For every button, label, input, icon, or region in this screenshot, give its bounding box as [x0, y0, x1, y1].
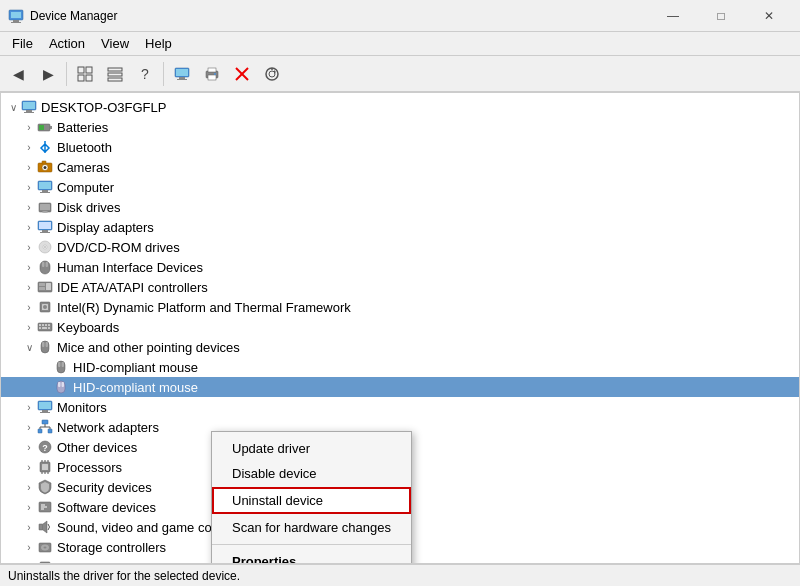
keyboards-icon	[37, 319, 53, 335]
svg-rect-61	[39, 324, 41, 326]
svg-rect-13	[179, 77, 185, 79]
monitors-label: Monitors	[57, 400, 107, 415]
tree-item-hid-mouse1[interactable]: HID-compliant mouse	[1, 357, 799, 377]
main-area: ∨ DESKTOP-O3FGFLP › Batte	[0, 92, 800, 564]
window-controls: — □ ✕	[650, 0, 792, 32]
svg-rect-67	[48, 327, 50, 329]
toolbar-scan[interactable]	[258, 60, 286, 88]
root-label: DESKTOP-O3FGFLP	[41, 100, 166, 115]
svg-rect-1	[11, 12, 21, 18]
bluetooth-icon	[37, 139, 53, 155]
keyboards-label: Keyboards	[57, 320, 119, 335]
ide-expand: ›	[21, 279, 37, 295]
hid-mouse1-expand	[37, 359, 53, 375]
svg-rect-65	[39, 327, 41, 329]
minimize-button[interactable]: —	[650, 0, 696, 32]
svg-rect-43	[39, 222, 51, 229]
tree-item-bluetooth[interactable]: › Bluetooth	[1, 137, 799, 157]
toolbar-list[interactable]	[101, 60, 129, 88]
toolbar-back[interactable]: ◀	[4, 60, 32, 88]
ctx-scan-hardware[interactable]: Scan for hardware changes	[212, 515, 411, 540]
menu-action[interactable]: Action	[41, 34, 93, 53]
tree-item-ide[interactable]: › IDE ATA/ATAPI controllers	[1, 277, 799, 297]
svg-rect-29	[50, 126, 52, 129]
app-icon	[8, 8, 24, 24]
keyboards-expand: ›	[21, 319, 37, 335]
intel-label: Intel(R) Dynamic Platform and Thermal Fr…	[57, 300, 351, 315]
svg-rect-4	[78, 67, 84, 73]
context-menu: Update driver Disable device Uninstall d…	[211, 431, 412, 564]
monitors-expand: ›	[21, 399, 37, 415]
ctx-update-driver[interactable]: Update driver	[212, 436, 411, 461]
menu-help[interactable]: Help	[137, 34, 180, 53]
toolbar-delete[interactable]	[228, 60, 256, 88]
computer-expand: ›	[21, 179, 37, 195]
tree-item-disk[interactable]: › Disk drives	[1, 197, 799, 217]
intel-icon	[37, 299, 53, 315]
menu-view[interactable]: View	[93, 34, 137, 53]
tree-item-intel[interactable]: › Intel(R) Dynamic Platform and Thermal …	[1, 297, 799, 317]
tree-item-display[interactable]: › Display adapters	[1, 217, 799, 237]
computer-icon	[37, 179, 53, 195]
svg-rect-63	[45, 324, 47, 326]
close-button[interactable]: ✕	[746, 0, 792, 32]
dvd-expand: ›	[21, 239, 37, 255]
ctx-uninstall-device[interactable]: Uninstall device	[212, 487, 411, 514]
bluetooth-expand: ›	[21, 139, 37, 155]
toolbar-forward[interactable]: ▶	[34, 60, 62, 88]
svg-rect-7	[86, 75, 92, 81]
cameras-expand: ›	[21, 159, 37, 175]
svg-rect-62	[42, 324, 44, 326]
hid-label: Human Interface Devices	[57, 260, 203, 275]
svg-rect-3	[11, 22, 21, 23]
svg-rect-77	[58, 382, 61, 387]
menu-file[interactable]: File	[4, 34, 41, 53]
hid-mouse1-label: HID-compliant mouse	[73, 360, 198, 375]
cameras-icon	[37, 159, 53, 175]
tree-item-batteries[interactable]: › Batteries	[1, 117, 799, 137]
toolbar-help[interactable]: ?	[131, 60, 159, 88]
hid-mouse1-icon	[53, 359, 69, 375]
svg-rect-64	[48, 324, 50, 326]
cameras-label: Cameras	[57, 160, 110, 175]
svg-rect-36	[39, 182, 51, 189]
tree-item-computer[interactable]: › Computer	[1, 177, 799, 197]
other-icon: ?	[37, 439, 53, 455]
svg-point-59	[43, 305, 47, 309]
toolbar-print[interactable]	[198, 60, 226, 88]
dvd-icon	[37, 239, 53, 255]
toolbar-grid[interactable]	[71, 60, 99, 88]
processors-label: Processors	[57, 460, 122, 475]
ctx-disable-device[interactable]: Disable device	[212, 461, 411, 486]
svg-rect-27	[24, 112, 34, 113]
svg-rect-44	[42, 230, 48, 232]
tree-item-hid[interactable]: › Human Interface Devices	[1, 257, 799, 277]
software-label: Software devices	[57, 500, 156, 515]
hid-mouse2-expand	[37, 379, 53, 395]
svg-rect-73	[58, 362, 61, 367]
tree-item-hid-mouse2[interactable]: HID-compliant mouse	[1, 377, 799, 397]
tree-item-monitors[interactable]: › Monitors	[1, 397, 799, 417]
system-icon	[37, 559, 53, 563]
svg-rect-105	[39, 524, 43, 530]
root-expand-icon: ∨	[5, 99, 21, 115]
mice-label: Mice and other pointing devices	[57, 340, 240, 355]
ctx-properties[interactable]: Properties	[212, 549, 411, 564]
svg-rect-85	[38, 429, 42, 433]
svg-rect-78	[61, 382, 64, 387]
svg-rect-41	[40, 204, 50, 210]
svg-rect-25	[23, 102, 35, 109]
network-icon	[37, 419, 53, 435]
tree-item-dvd[interactable]: › DVD/CD-ROM drives	[1, 237, 799, 257]
svg-rect-81	[39, 402, 51, 409]
tree-root[interactable]: ∨ DESKTOP-O3FGFLP	[1, 97, 799, 117]
svg-rect-94	[42, 464, 48, 470]
tree-item-keyboards[interactable]: › Keyboards	[1, 317, 799, 337]
hid-icon	[37, 259, 53, 275]
svg-rect-86	[48, 429, 52, 433]
other-label: Other devices	[57, 440, 137, 455]
maximize-button[interactable]: □	[698, 0, 744, 32]
toolbar-computer[interactable]	[168, 60, 196, 88]
tree-item-cameras[interactable]: › Cameras	[1, 157, 799, 177]
tree-item-mice[interactable]: ∨ Mice and other pointing devices	[1, 337, 799, 357]
